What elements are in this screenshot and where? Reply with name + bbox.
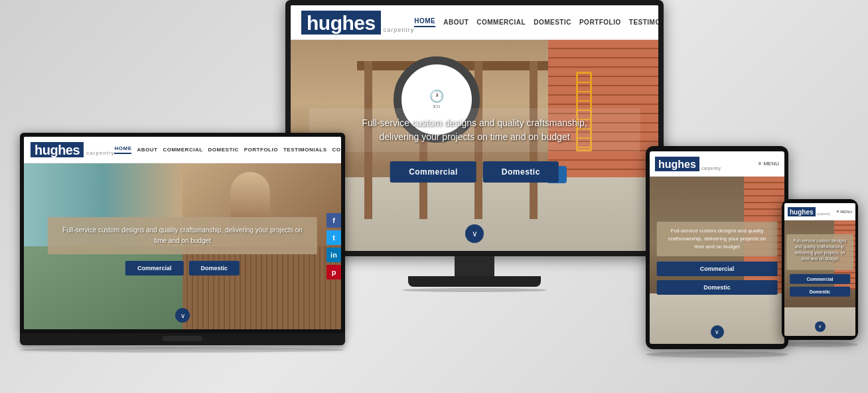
desktop-site-header: hughes carpentry HOME ABOUT COMMERCIAL D… [291,5,658,40]
commercial-button[interactable]: Commercial [390,161,476,183]
tablet-logo-carpentry: carpentry [701,166,721,171]
laptop-nav-portfolio[interactable]: PORTFOLIO [244,147,278,153]
social-bar: f t in p [326,213,341,279]
phone-logo-text: hughes [788,207,816,216]
hamburger-lines: ≡ [759,161,762,167]
linkedin-icon[interactable]: in [326,248,341,262]
tablet: hughes carpentry ≡ MENU [646,146,788,358]
tablet-screen: hughes carpentry ≡ MENU [650,151,784,344]
laptop-hero-tagline: Full-service custom designs and quality … [57,225,308,246]
laptop-nav: HOME ABOUT COMMERCIAL DOMESTIC PORTFOLIO… [114,145,341,154]
monitor-screen: hughes carpentry HOME ABOUT COMMERCIAL D… [291,5,658,251]
domestic-button[interactable]: Domestic [483,161,559,183]
tablet-scroll-indicator[interactable]: ∨ [711,325,724,339]
phone-hero-box: Full-service custom designs and quality … [786,234,854,270]
laptop-screen: hughes carpentry HOME ABOUT COMMERCIAL D… [24,137,341,329]
twitter-icon[interactable]: t [326,230,341,245]
tablet-domestic-btn[interactable]: Domestic [656,280,778,295]
phone-menu[interactable]: ≡ MENU [836,209,852,214]
phone-scroll-indicator[interactable]: ∨ [815,321,826,332]
facebook-icon[interactable]: f [326,213,341,228]
scroll-indicator[interactable]: ∨ [465,224,484,243]
desktop-hero-content: Full-service custom designs and quality … [309,108,640,183]
tablet-shadow [646,351,788,358]
desktop-logo-hughes: hughes [301,11,381,35]
tablet-logo: hughes carpentry [655,157,721,171]
monitor-base [408,276,541,287]
phone-domestic-btn[interactable]: Domestic [790,287,850,297]
phone-header: hughes carpentry ≡ MENU [784,203,855,220]
desktop-logo: hughes carpentry [301,11,414,35]
laptop-nav-commercial[interactable]: COMMERCIAL [163,147,202,153]
tablet-commercial-btn[interactable]: Commercial [656,262,778,276]
phone-bezel: hughes carpentry ≡ MENU [782,199,858,340]
laptop-nav-domestic[interactable]: DOMESTIC [208,147,239,153]
tablet-hero-box: Full-service custom designs and quality … [656,222,778,256]
monitor-neck [455,256,494,276]
phone-hero-tagline: Full-service custom designs and quality … [790,237,850,261]
phone: hughes carpentry ≡ MENU [782,199,858,347]
laptop-nav-contact[interactable]: CONTACT [332,147,341,153]
desktop-logo-carpentry: carpentry [384,27,415,33]
nav-testimonials[interactable]: TESTIMONIALS [629,19,658,26]
nav-home[interactable]: HOME [414,17,435,27]
monitor-base-shadow [401,288,547,292]
laptop-logo-hughes: hughes [31,142,84,157]
laptop-nav-home[interactable]: HOME [114,145,131,154]
desktop-hero-tagline: Full-service custom designs and quality … [309,108,640,152]
laptop-hero: Full-service custom designs and quality … [24,163,341,329]
desktop-nav: HOME ABOUT COMMERCIAL DOMESTIC PORTFOLIO… [414,17,658,27]
tablet-menu-label: MENU [763,161,779,167]
tablet-hero: Full-service custom designs and quality … [650,177,784,344]
laptop-logo: hughes carpentry [31,142,114,157]
phone-menu-label: MENU [840,210,852,214]
laptop-bezel: hughes carpentry HOME ABOUT COMMERCIAL D… [20,133,345,333]
phone-hero: Full-service custom designs and quality … [784,220,855,336]
desktop-hero-buttons: Commercial Domestic [309,161,640,183]
laptop-commercial-btn[interactable]: Commercial [125,261,184,275]
phone-logo-carpentry: carpentry [817,212,831,216]
nav-portfolio[interactable]: PORTFOLIO [579,19,621,26]
phone-screen: hughes carpentry ≡ MENU [784,203,855,336]
tablet-header: hughes carpentry ≡ MENU [650,151,784,177]
laptop-header: hughes carpentry HOME ABOUT COMMERCIAL D… [24,137,341,163]
nav-commercial[interactable]: COMMERCIAL [476,19,526,26]
laptop-shadow [20,347,345,353]
phone-hero-content: Full-service custom designs and quality … [786,234,854,299]
nav-domestic[interactable]: DOMESTIC [534,19,571,26]
phone-commercial-btn[interactable]: Commercial [790,274,850,284]
phone-logo: hughes carpentry [788,207,830,216]
laptop-hero-content: Full-service custom designs and quality … [48,217,317,275]
tablet-hero-tagline: Full-service custom designs and quality … [663,227,771,251]
tablet-bezel: hughes carpentry ≡ MENU [646,146,788,349]
laptop-domestic-btn[interactable]: Domestic [189,261,240,275]
tablet-logo-hughes: hughes [655,157,699,171]
laptop-nav-testimonials[interactable]: TESTIMONIALS [283,147,327,153]
pinterest-icon[interactable]: p [326,265,341,279]
tablet-menu[interactable]: ≡ MENU [759,161,779,167]
phone-shadow [782,342,858,347]
laptop-logo-carpentry: carpentry [86,151,114,156]
laptop-body [20,333,345,345]
laptop: hughes carpentry HOME ABOUT COMMERCIAL D… [20,133,345,353]
clock-face: 🕐 XII [429,90,444,110]
laptop-scroll-indicator[interactable]: ∨ [175,308,190,323]
desktop-hero: 🕐 XII Full-service custom designs and qu… [291,40,658,251]
phone-hamburger: ≡ [836,209,839,214]
tablet-hero-content: Full-service custom designs and quality … [656,222,778,299]
scene: hughes carpentry HOME ABOUT COMMERCIAL D… [0,0,868,393]
laptop-hero-buttons: Commercial Domestic [48,261,317,275]
laptop-nav-about[interactable]: ABOUT [137,147,157,153]
nav-about[interactable]: ABOUT [443,19,469,26]
laptop-hero-box: Full-service custom designs and quality … [48,217,317,254]
